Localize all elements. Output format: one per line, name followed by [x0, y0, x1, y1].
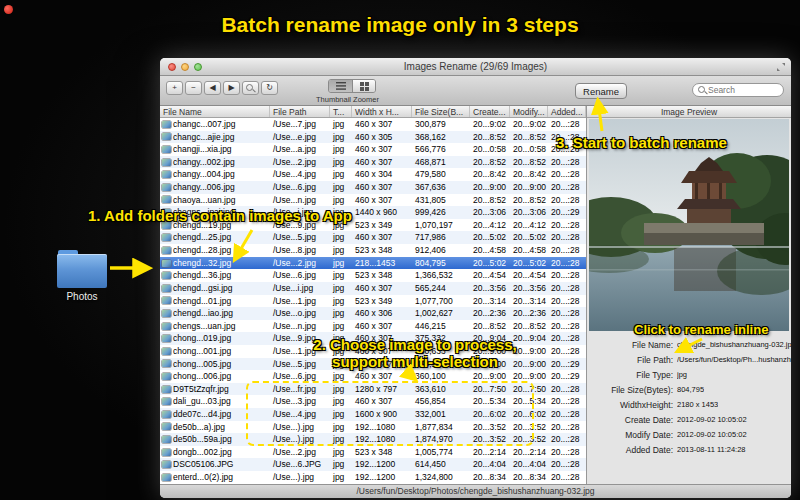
table-row[interactable]: changy...006.jpg/Use...6.jpgjpg460 x 307… [160, 181, 586, 194]
cell-added: 20...:29 [548, 358, 586, 371]
table-row[interactable]: chengd...36.jpg/Use...6.jpgjpg523 x 3481… [160, 269, 586, 282]
search-field[interactable] [692, 83, 784, 97]
cell-added: 20...:28 [548, 194, 586, 207]
fullscreen-icon[interactable] [776, 62, 786, 72]
cell-file-size: 1,005,774 [412, 446, 470, 459]
table-row[interactable]: chengd...iao.jpg/Use...o.jpgjpg460 x 306… [160, 307, 586, 320]
column-header-file-size[interactable]: File Size(B... [412, 106, 470, 117]
cell-type: jpg [330, 131, 352, 144]
field-value: 804,795 [677, 385, 704, 394]
preview-panel: Image Preview [586, 106, 791, 484]
thumbnail-icon [162, 474, 171, 481]
cell-added: 20...:28 [548, 332, 586, 345]
table-row[interactable]: chengd...01.jpg/Use...1.jpgjpg523 x 3491… [160, 295, 586, 308]
field-label: Create Date: [587, 415, 673, 425]
cell-file-size: 367,636 [412, 181, 470, 194]
cell-dimensions: 460 x 307 [352, 181, 412, 194]
forward-arrow-icon: ▶ [228, 84, 234, 92]
cell-file-path: /Use...5.jpg [270, 231, 330, 244]
cell-dimensions: 460 x 305 [352, 131, 412, 144]
cell-type: jpg [330, 194, 352, 207]
back-button[interactable]: ◀ [204, 81, 221, 95]
cell-added: 20...:28 [548, 257, 586, 270]
cell-file-name: chong...019.jpg [160, 332, 270, 345]
annotation-step2: 2. Choose image to process, support mult… [296, 336, 534, 370]
photos-folder-icon[interactable] [57, 250, 107, 288]
remove-button[interactable]: − [185, 81, 202, 95]
table-row[interactable]: chaoya...uan.jpg/Use...n.jpgjpg460 x 307… [160, 194, 586, 207]
table-row[interactable]: chengd...28.jpg/Use...8.jpgjpg523 x 3489… [160, 244, 586, 257]
table-row[interactable]: DSC05106.JPG/Use...6.JPGjpg192...1200614… [160, 458, 586, 471]
thumbnail-icon [162, 461, 171, 468]
table-row[interactable]: changc...007.jpg/Use...7.jpgjpg460 x 307… [160, 118, 586, 131]
cell-file-size: 300,879 [412, 118, 470, 131]
status-bar: /Users/fun/Desktop/Photos/chengde_bishus… [160, 484, 791, 498]
cell-type: jpg [330, 257, 352, 270]
table-row[interactable]: changc...ajie.jpg/Use...e.jpgjpg460 x 30… [160, 131, 586, 144]
table-row[interactable]: dongb...002.jpg/Use...2.jpgjpg523 x 3481… [160, 446, 586, 459]
cell-created: 20...3:56 [470, 282, 510, 295]
column-header-file-path[interactable]: File Path [270, 106, 330, 117]
add-folder-button[interactable]: + [166, 81, 183, 95]
thumbnail-icon [162, 386, 171, 393]
thumbnail-icon [162, 285, 171, 292]
cell-file-path: /Use...2.jpg [270, 156, 330, 169]
cell-added: 20...:29 [548, 206, 586, 219]
cell-created: 20...8:52 [470, 156, 510, 169]
cell-dimensions: 523 x 349 [352, 219, 412, 232]
field-value[interactable]: chengde_bishushanzhuang-032.jpg [677, 340, 791, 349]
search-toolbar-button[interactable] [242, 81, 259, 95]
grid-view-button[interactable] [352, 80, 375, 92]
column-header-dimensions[interactable]: Width x H... [352, 106, 412, 117]
thumbnail-icon [162, 373, 171, 380]
column-header-type[interactable]: T... [330, 106, 352, 117]
thumbnail-icon [162, 260, 171, 267]
preview-field: File Name:chengde_bishushanzhuang-032.jp… [587, 337, 791, 352]
cell-type: jpg [330, 471, 352, 484]
table-row[interactable]: chengd...gsi.jpg/Use...i.jpgjpg460 x 307… [160, 282, 586, 295]
forward-button[interactable]: ▶ [223, 81, 240, 95]
table-row[interactable]: chengd...25.jpg/Use...5.jpgjpg460 x 3077… [160, 231, 586, 244]
cell-modified: 20...2:14 [510, 446, 548, 459]
column-header-added[interactable]: Added... [548, 106, 586, 117]
thumbnail-icon [162, 133, 171, 140]
list-view-button[interactable] [329, 80, 352, 92]
cell-modified: 20...3:56 [510, 282, 548, 295]
field-label: Modify Date: [587, 430, 673, 440]
cell-modified: 20...9:02 [510, 118, 548, 131]
cell-dimensions: 218...1453 [352, 257, 412, 270]
column-header-created[interactable]: Create... [470, 106, 510, 117]
title-bar[interactable]: Images Rename (29/69 Images) [160, 58, 791, 76]
table-row[interactable]: changy...004.jpg/Use...4.jpgjpg460 x 304… [160, 168, 586, 181]
thumbnail-icon [162, 323, 171, 330]
thumbnail-icon [162, 159, 171, 166]
thumbnail-icon [162, 360, 171, 367]
search-input[interactable] [708, 85, 778, 95]
refresh-button[interactable]: ↻ [261, 81, 278, 95]
cell-file-name: changji...xia.jpg [160, 143, 270, 156]
search-icon [246, 84, 255, 93]
annotation-step1: 1. Add folders contain images to App [88, 207, 352, 224]
column-header-file-name[interactable]: File Name [160, 106, 270, 117]
preview-field: Modify Date:2012-09-02 10:05:02 [587, 427, 791, 442]
rename-button[interactable]: Rename [575, 83, 627, 99]
cell-added: 20...:28 [548, 421, 586, 434]
cell-file-name: chengd...28.jpg [160, 244, 270, 257]
cell-file-name: changc...ajie.jpg [160, 131, 270, 144]
cell-dimensions: 523 x 348 [352, 269, 412, 282]
table-row[interactable]: chengd...32.jpg/Use...2.jpgjpg218...1453… [160, 257, 586, 270]
cell-added: 20...:28 [548, 168, 586, 181]
toolbar-button-group: + − ◀ ▶ ↻ [166, 81, 278, 95]
annotation-step3: 3. Start to batch rename [556, 134, 727, 151]
preview-field: File Path:/Users/fun/Desktop/Ph...hushan… [587, 352, 791, 367]
table-row[interactable]: changji...xia.jpg/Use...a.jpgjpg460 x 30… [160, 143, 586, 156]
table-row[interactable]: enterd...0(2).jpg/Use...).jpgjpg192...12… [160, 471, 586, 484]
column-header-modified[interactable]: Modify... [510, 106, 548, 117]
grid-icon [360, 82, 369, 91]
field-label: File Size(Bytes): [587, 385, 673, 395]
table-row[interactable]: chengs...uan.jpg/Use...n.jpgjpg460 x 307… [160, 320, 586, 333]
field-label: File Name: [587, 340, 673, 350]
table-row[interactable]: changy...002.jpg/Use...2.jpgjpg460 x 307… [160, 156, 586, 169]
thumbnail-icon [162, 121, 171, 128]
cell-file-name: changy...006.jpg [160, 181, 270, 194]
